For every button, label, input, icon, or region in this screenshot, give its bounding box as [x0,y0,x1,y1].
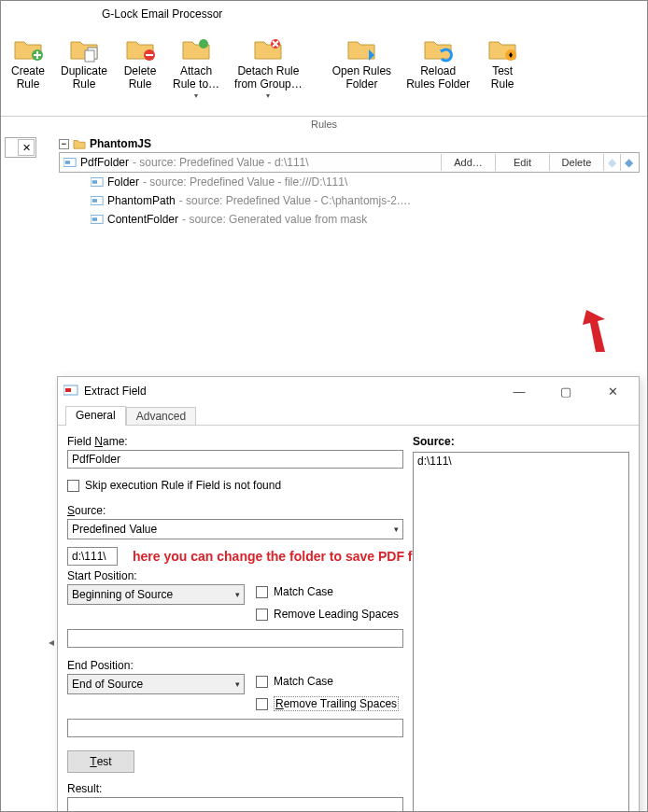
chevron-down-icon: ▾ [266,91,270,101]
label: Match Case [274,675,333,688]
field-source: - source: Predefined Value - file:///D:\… [143,175,347,189]
path-input[interactable] [67,547,118,566]
source-box-value: d:\111\ [414,453,628,469]
dialog-left: Field Name: Skip execution Rule if Field… [67,435,403,812]
folder-delete-icon [125,33,155,63]
svg-rect-2 [85,50,94,62]
ribbon-group-label: Rules [1,117,647,133]
folder-plus-icon [13,33,43,63]
edit-field-button[interactable]: Edit [495,154,549,171]
start-text-input[interactable] [67,629,403,648]
label: Delete Rule [124,64,157,91]
move-up-button[interactable]: ◆ [603,154,620,171]
checkbox[interactable] [256,586,268,598]
tree-row-phantompath[interactable]: PhantomPath - source: Predefined Value -… [59,191,640,210]
collapse-icon[interactable]: − [59,139,69,149]
add-field-button[interactable]: Add… [441,154,495,171]
close-pane-button[interactable]: ✕ [18,139,35,156]
workspace: ✕ ◂ − PhantomJS PdfFolder - source: Pred… [1,133,647,807]
field-icon [63,157,77,168]
skip-checkbox-row[interactable]: Skip execution Rule if Field is not foun… [67,476,403,495]
tree-root[interactable]: − PhantomJS [59,137,640,150]
start-position-label: Start Position: [67,569,245,582]
detach-rule-button[interactable]: Detach Rule from Group… ▾ [229,31,308,102]
left-pane: ✕ [5,137,36,158]
delete-rule-button[interactable]: Delete Rule [117,31,163,93]
tab-advanced[interactable]: Advanced [126,407,196,425]
duplicate-rule-button[interactable]: Duplicate Rule [55,31,113,93]
annotation-row: here you can change the folder to save P… [67,545,403,567]
result-label: Result: [67,782,403,795]
dialog-tabs: General Advanced [58,405,639,426]
annotation-text: here you can change the folder to save P… [133,549,434,564]
match-case-2[interactable]: Match Case [256,672,399,691]
splitter-handle[interactable]: ◂ [48,628,55,656]
start-position-value: Beginning of Source [72,588,173,601]
dialog-title: Extract Field [84,385,147,398]
label: Remove Trailing Spaces [274,696,399,711]
field-name: PhantomPath [107,194,176,207]
attach-rule-button[interactable]: Attach Rule to… ▾ [167,31,225,102]
open-rules-folder-button[interactable]: Open Rules Folder [327,31,397,93]
source-select[interactable]: Predefined Value ▾ [67,519,403,539]
close-button[interactable]: ✕ [592,378,633,404]
field-name: ContentFolder [107,213,178,226]
result-box: ◂▸ [67,797,403,812]
tab-general[interactable]: General [65,406,126,426]
chevron-down-icon: ▾ [194,91,198,101]
remove-trailing[interactable]: Remove Trailing Spaces [256,694,399,713]
maximize-button[interactable]: ▢ [545,378,586,404]
create-rule-button[interactable]: Create Rule [5,31,51,93]
svg-rect-16 [65,388,71,392]
app-title: G-Lock Email Processor [102,7,222,21]
extract-field-dialog: Extract Field — ▢ ✕ General Advanced Fie… [57,376,640,812]
folder-reload-icon [423,33,453,63]
svg-rect-8 [65,161,70,164]
field-source: - source: Predefined Value - d:\111\ [133,156,309,169]
end-text-input[interactable] [67,719,403,737]
delete-field-button[interactable]: Delete [549,154,603,171]
skip-checkbox[interactable] [67,480,79,492]
tree-row-contentfolder[interactable]: ContentFolder - source: Generated value … [59,210,640,229]
attach-icon [181,33,211,63]
field-icon [91,214,104,225]
dialog-icon [63,385,78,398]
fields-tree: − PhantomJS PdfFolder - source: Predefin… [59,137,640,229]
start-position-select[interactable]: Beginning of Source ▾ [67,584,245,605]
app-title-bar: G-Lock Email Processor [1,1,647,27]
tree-row-pdffolder[interactable]: PdfFolder - source: Predefined Value - d… [59,152,640,173]
folder-test-icon [487,33,517,63]
checkbox[interactable] [256,609,268,621]
field-source: - source: Generated value from mask [182,213,367,226]
test-rule-button[interactable]: Test Rule [479,31,526,93]
dialog-titlebar[interactable]: Extract Field — ▢ ✕ [58,377,639,405]
minimize-button[interactable]: — [499,378,540,404]
dialog-body: Field Name: Skip execution Rule if Field… [58,426,639,812]
move-down-button[interactable]: ◆ [620,154,637,171]
start-position-row: Start Position: Beginning of Source ▾ Ma… [67,569,403,623]
label: Remove Leading Spaces [274,608,399,621]
checkbox[interactable] [256,676,268,688]
checkbox[interactable] [256,698,268,710]
end-position-row: End Position: End of Source ▾ Match Case… [67,659,403,713]
source-label: Source: [67,504,403,517]
label: Match Case [274,585,333,598]
end-position-select[interactable]: End of Source ▾ [67,674,245,694]
folder-icon [73,138,86,149]
field-name-label: Field Name: [67,435,403,448]
field-name: PdfFolder [80,156,129,169]
field-icon [91,176,104,188]
skip-label: Skip execution Rule if Field is not foun… [85,479,281,492]
label: Duplicate Rule [61,64,107,91]
svg-rect-10 [92,180,97,184]
test-button[interactable]: Test [67,750,134,773]
folder-open-icon [346,33,376,63]
field-name-input[interactable] [67,450,403,469]
reload-rules-button[interactable]: Reload Rules Folder [401,31,475,93]
svg-rect-14 [92,217,97,221]
match-case-1[interactable]: Match Case [256,582,399,601]
tree-row-folder[interactable]: Folder - source: Predefined Value - file… [59,173,640,191]
remove-leading[interactable]: Remove Leading Spaces [256,605,399,623]
field-source: - source: Predefined Value - C:\phantomj… [179,194,412,207]
label: Test Rule [491,64,514,91]
